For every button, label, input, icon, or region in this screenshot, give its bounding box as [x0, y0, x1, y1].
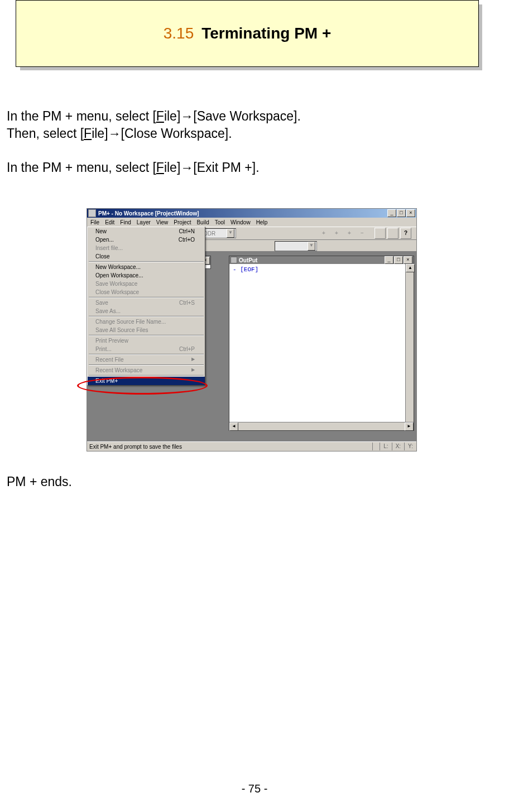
menu-item-label: Change Source File Name...: [95, 319, 166, 325]
paragraph-2: In the PM + menu, select [File]→[Exit PM…: [7, 159, 260, 176]
screenshot-pmplus: PM+ - No Workspace [ProjectWindow] _ □ ×…: [87, 208, 417, 451]
toolbar-button[interactable]: [374, 228, 386, 239]
menu-item-label: Save All Source Files: [95, 327, 148, 333]
statusbar: Exit PM+ and prompt to save the files L:…: [87, 441, 416, 451]
app-icon: [88, 209, 96, 217]
menu-separator: [89, 297, 204, 298]
toolbar-button[interactable]: +: [331, 228, 342, 239]
menu-item: Print...Ctrl+P: [88, 345, 205, 353]
toolbar-button[interactable]: [357, 241, 368, 252]
submenu-arrow-icon: ▶: [191, 357, 195, 363]
menu-separator: [89, 354, 204, 355]
close-button[interactable]: ×: [406, 209, 415, 217]
menu-window[interactable]: Window: [231, 219, 251, 225]
menu-separator: [89, 316, 204, 317]
toolbar-button[interactable]: [370, 241, 381, 252]
menu-tool[interactable]: Tool: [215, 219, 225, 225]
maximize-button[interactable]: □: [397, 209, 406, 217]
close-button[interactable]: ×: [404, 256, 412, 264]
toolbar-combo[interactable]: ▼: [275, 241, 317, 251]
vertical-scrollbar[interactable]: ▲: [405, 264, 414, 422]
menu-item-accel: Ctrl+O: [179, 237, 195, 243]
menu-item-label: Save: [95, 300, 108, 306]
section-heading: 3.15 Terminating PM +: [16, 0, 479, 67]
menu-item-label: Close Workspace: [95, 289, 139, 295]
menu-item[interactable]: Open...Ctrl+O: [88, 236, 205, 244]
toolbar-button[interactable]: [344, 241, 356, 252]
menu-item-label: Insert file...: [95, 245, 123, 251]
menu-item[interactable]: New Workspace...: [88, 263, 205, 271]
paragraph-after: PM + ends.: [7, 473, 72, 491]
horizontal-scrollbar[interactable]: ◄ ►: [229, 422, 414, 430]
dropdown-icon[interactable]: ▼: [227, 229, 234, 238]
menu-item-label: Recent File: [95, 357, 124, 363]
window-titlebar: PM+ - No Workspace [ProjectWindow] _ □ ×: [87, 209, 416, 218]
menu-item-label: Print Preview: [95, 338, 128, 344]
menu-item-label: New: [95, 228, 107, 234]
dropdown-icon[interactable]: ▼: [308, 242, 315, 251]
mnemonic-f: F: [156, 160, 164, 175]
file-menu-dropdown: NewCtrl+NOpen...Ctrl+OInsert file...Clos…: [87, 227, 205, 386]
p1-a: In the PM + menu, select [: [7, 109, 156, 123]
status-x: X:: [392, 443, 404, 450]
menu-file[interactable]: File: [90, 219, 99, 225]
menu-item: Close Workspace: [88, 288, 205, 296]
scroll-left-icon[interactable]: ◄: [229, 422, 238, 431]
p3-b: ile]→[Exit PM +].: [164, 160, 260, 175]
menu-separator: [89, 261, 204, 262]
status-y: Y:: [404, 443, 416, 450]
output-window: OutPut _ □ × - [EOF] ▲ ◄ ►: [229, 256, 414, 431]
menu-item-label: Close: [95, 253, 110, 260]
output-titlebar: OutPut _ □ ×: [229, 256, 414, 264]
status-line: L:: [380, 443, 391, 450]
menu-item-accel: Ctrl+N: [179, 228, 195, 234]
output-title: OutPut: [239, 257, 257, 263]
p3-a: In the PM + menu, select [: [7, 160, 156, 175]
maximize-button[interactable]: □: [394, 256, 403, 264]
toolbar-button[interactable]: [387, 228, 398, 239]
submenu-arrow-icon: ▶: [191, 367, 195, 373]
menu-view[interactable]: View: [156, 219, 169, 225]
minimize-button[interactable]: _: [387, 209, 396, 217]
toolbar-button[interactable]: [332, 241, 343, 252]
menu-item-label: Print...: [95, 346, 112, 352]
section-number: 3.15: [164, 25, 194, 42]
menu-item[interactable]: Open Workspace...: [88, 271, 205, 280]
menu-separator: [89, 364, 204, 366]
window-title: PM+ - No Workspace [ProjectWindow]: [98, 210, 199, 217]
menu-item-label: New Workspace...: [95, 264, 141, 270]
menu-build[interactable]: Build: [196, 219, 209, 225]
menu-item-label: Recent Workspace: [95, 367, 142, 373]
scroll-up-icon[interactable]: ▲: [406, 264, 415, 272]
menu-item: SaveCtrl+S: [88, 299, 205, 307]
help-icon[interactable]: ?: [400, 228, 411, 239]
toolbar-button[interactable]: +: [318, 228, 329, 239]
toolbar-button[interactable]: +: [344, 228, 355, 239]
menu-item: Recent File▶: [88, 355, 205, 364]
mnemonic-f: F: [156, 109, 164, 123]
menu-item-label: Open...: [95, 237, 114, 243]
toolbar-button[interactable]: −: [357, 228, 368, 239]
menu-item: Save Workspace: [88, 280, 205, 288]
p1-b: ile]→[Save Workspace].: [164, 109, 301, 123]
paragraph-1: In the PM + menu, select [File]→[Save Wo…: [7, 108, 301, 142]
menu-item-label: Exit PM+: [95, 378, 118, 384]
menu-item: Recent Workspace▶: [88, 366, 205, 374]
scroll-right-icon[interactable]: ►: [405, 422, 414, 431]
minimize-button[interactable]: _: [385, 256, 393, 264]
menu-edit[interactable]: Edit: [105, 219, 114, 225]
status-text: Exit PM+ and prompt to save the files: [89, 444, 182, 450]
toolbar-button[interactable]: [383, 241, 394, 252]
menu-layer[interactable]: Layer: [137, 219, 151, 225]
menu-item-label: Open Workspace...: [95, 272, 143, 278]
menu-item[interactable]: Close: [88, 252, 205, 261]
menu-item[interactable]: NewCtrl+N: [88, 227, 205, 236]
toolbar-button[interactable]: [319, 241, 330, 252]
menu-item-label: Save As...: [95, 308, 121, 314]
menu-find[interactable]: Find: [120, 219, 131, 225]
menu-separator: [89, 335, 204, 336]
menu-item[interactable]: Exit PM+: [88, 377, 205, 385]
menu-help[interactable]: Help: [256, 219, 268, 225]
menu-project[interactable]: Project: [174, 219, 191, 225]
mnemonic-f: F: [84, 126, 92, 141]
